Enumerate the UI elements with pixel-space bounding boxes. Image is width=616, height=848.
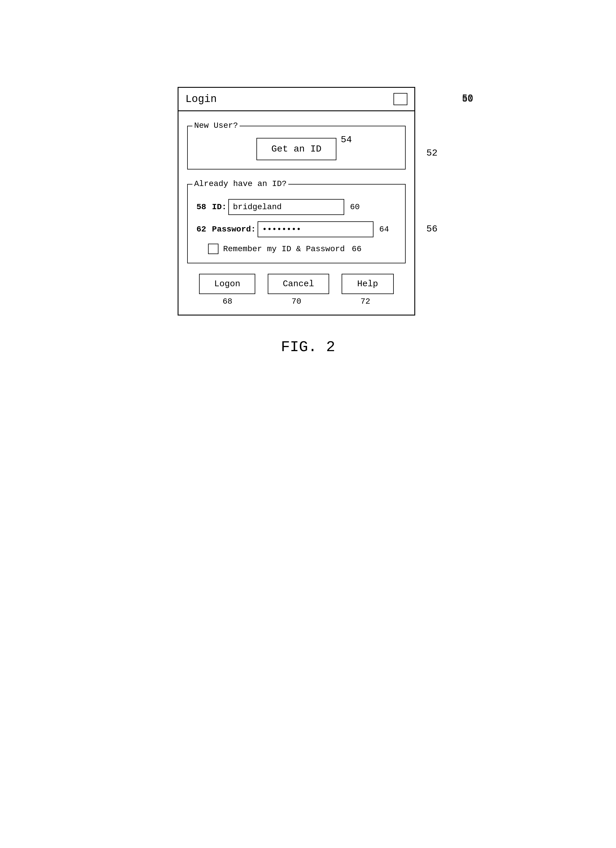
id-field[interactable] bbox=[228, 199, 344, 215]
new-user-group: New User? Get an ID bbox=[187, 126, 406, 169]
new-user-content: Get an ID bbox=[188, 126, 405, 169]
page: 50 Login New User? Get an ID bbox=[0, 0, 616, 848]
ref-60-label: 60 bbox=[350, 203, 360, 212]
cancel-button[interactable]: Cancel bbox=[268, 274, 329, 294]
already-have-legend: Already have an ID? bbox=[192, 179, 288, 188]
ref-52-label: 52 bbox=[426, 148, 438, 159]
get-id-button[interactable]: Get an ID bbox=[257, 138, 337, 160]
ref-56-label: 56 bbox=[426, 224, 438, 234]
close-button[interactable] bbox=[393, 93, 407, 105]
remember-checkbox[interactable] bbox=[208, 244, 218, 254]
ref-72-label: 72 bbox=[361, 297, 370, 306]
ref-62-label: 62 bbox=[196, 225, 206, 234]
ref-70-label: 70 bbox=[291, 297, 301, 306]
id-row: 58 ID: 60 bbox=[196, 199, 396, 215]
already-have-content: 58 ID: 60 62 Password: bbox=[188, 185, 405, 263]
ref-68-label: 68 bbox=[223, 297, 232, 306]
ref-66-label: 66 bbox=[352, 245, 362, 254]
button-row: Logon Cancel Help bbox=[187, 274, 406, 294]
new-user-legend: New User? bbox=[192, 121, 240, 130]
remember-row: Remember my ID & Password 66 bbox=[208, 244, 396, 254]
dialog-body: New User? Get an ID 52 54 Already have a… bbox=[178, 111, 414, 314]
ref-58-label: 58 bbox=[196, 203, 206, 212]
figure-caption: FIG. 2 bbox=[281, 339, 335, 356]
id-label: ID: bbox=[212, 203, 227, 212]
logon-button[interactable]: Logon bbox=[199, 274, 255, 294]
dialog-title: Login bbox=[186, 93, 217, 105]
dialog-window: Login New User? Get an ID 52 54 bbox=[178, 87, 415, 316]
title-bar: Login bbox=[178, 88, 414, 111]
already-have-group: Already have an ID? 58 ID: 60 bbox=[187, 184, 406, 263]
ref-54-label: 54 bbox=[341, 135, 352, 145]
password-field[interactable] bbox=[258, 221, 374, 237]
password-row: 62 Password: 64 bbox=[196, 221, 396, 237]
ref-50: 50 bbox=[462, 94, 473, 105]
remember-label: Remember my ID & Password bbox=[223, 245, 345, 254]
dialog-wrapper: 50 Login New User? Get an ID bbox=[178, 87, 438, 316]
ref-64-label: 64 bbox=[379, 225, 389, 234]
help-button[interactable]: Help bbox=[341, 274, 394, 294]
password-label: Password: bbox=[212, 225, 256, 234]
